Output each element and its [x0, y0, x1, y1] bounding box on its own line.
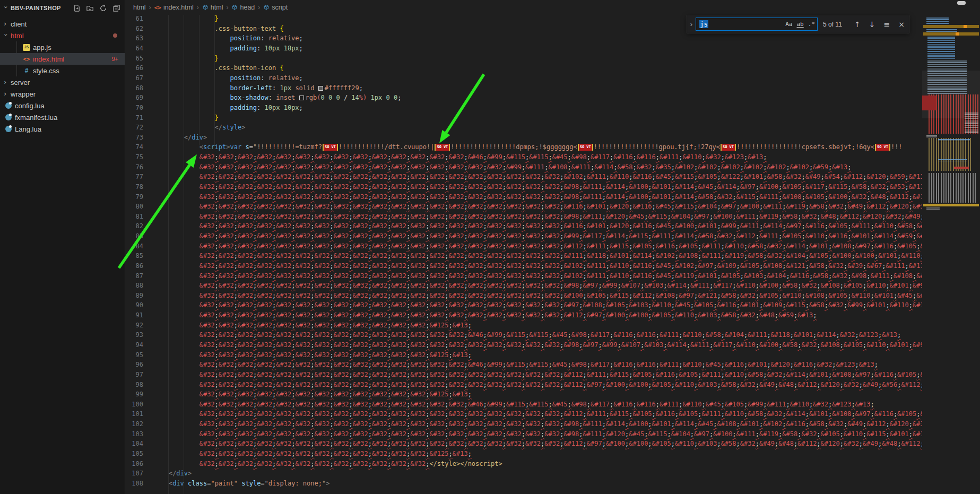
- sidebar-item-server[interactable]: ›server: [0, 76, 125, 88]
- line-number[interactable]: 88: [125, 281, 143, 291]
- toggle-replace-chevron-icon[interactable]: ›: [687, 20, 696, 28]
- line-number[interactable]: 108: [125, 479, 143, 489]
- collapse-all-icon[interactable]: [112, 4, 120, 12]
- line-number[interactable]: 96: [125, 360, 143, 370]
- code-line-83[interactable]: 83 &#32;&#32;&#32;&#32;&#32;&#32;&#32;&#…: [125, 231, 922, 241]
- breadcrumb-item-script[interactable]: script: [263, 4, 288, 11]
- breadcrumb-item-index-html[interactable]: <>index.html: [154, 4, 194, 11]
- line-number[interactable]: 76: [125, 162, 143, 172]
- code-line-89[interactable]: 89 &#32;&#32;&#32;&#32;&#32;&#32;&#32;&#…: [125, 291, 922, 301]
- new-file-icon[interactable]: [73, 4, 81, 12]
- sidebar-item-wrapper[interactable]: ›wrapper: [0, 88, 125, 100]
- line-number[interactable]: 70: [125, 103, 143, 113]
- sidebar-item-lang-lua[interactable]: Lang.lua: [0, 123, 125, 135]
- line-number[interactable]: 104: [125, 439, 143, 449]
- code-line-107[interactable]: 107 </div>: [125, 469, 192, 479]
- whole-word-icon[interactable]: ab: [797, 21, 804, 28]
- line-number[interactable]: 84: [125, 241, 143, 252]
- code-line-66[interactable]: 66 .css-button-icon {: [125, 63, 284, 73]
- line-number[interactable]: 85: [125, 251, 143, 261]
- line-number[interactable]: 83: [125, 231, 143, 241]
- line-number[interactable]: 89: [125, 291, 143, 301]
- line-number[interactable]: 64: [125, 44, 143, 54]
- sidebar-item-client[interactable]: ›client: [0, 18, 125, 30]
- regex-icon[interactable]: .*: [808, 21, 815, 28]
- sidebar-item-config-lua[interactable]: config.lua: [0, 100, 125, 111]
- line-number[interactable]: 67: [125, 73, 143, 83]
- code-line-76[interactable]: 76 &#32;&#32;&#32;&#32;&#32;&#32;&#32;&#…: [125, 162, 851, 172]
- line-number[interactable]: 97: [125, 370, 143, 380]
- line-number[interactable]: 71: [125, 113, 143, 123]
- code-line-85[interactable]: 85 &#32;&#32;&#32;&#32;&#32;&#32;&#32;&#…: [125, 251, 922, 261]
- sidebar-item-app-js[interactable]: JSapp.js: [0, 41, 125, 53]
- code-line-73[interactable]: 73 </div>: [125, 133, 207, 143]
- color-swatch[interactable]: [299, 96, 304, 100]
- line-number[interactable]: 68: [125, 83, 143, 93]
- next-match-icon[interactable]: ↓: [869, 20, 875, 29]
- line-number[interactable]: 94: [125, 340, 143, 350]
- code-line-86[interactable]: 86 &#32;&#32;&#32;&#32;&#32;&#32;&#32;&#…: [125, 261, 922, 271]
- code-line-71[interactable]: 71 }: [125, 112, 219, 123]
- code-line-82[interactable]: 82 &#32;&#32;&#32;&#32;&#32;&#32;&#32;&#…: [125, 221, 922, 231]
- line-number[interactable]: 102: [125, 419, 143, 429]
- line-number[interactable]: 65: [125, 54, 143, 64]
- code-line-79[interactable]: 79 &#32;&#32;&#32;&#32;&#32;&#32;&#32;&#…: [125, 192, 922, 202]
- breadcrumb-item-html[interactable]: html: [202, 4, 223, 11]
- line-number[interactable]: 79: [125, 192, 143, 202]
- editor-pane[interactable]: 61 }62 .css-button-text {63 position: re…: [125, 0, 922, 494]
- code-line-64[interactable]: 64 padding: 10px 18px;: [125, 44, 303, 54]
- line-number[interactable]: 91: [125, 310, 143, 320]
- code-line-104[interactable]: 104 &#32;&#32;&#32;&#32;&#32;&#32;&#32;&…: [125, 439, 922, 449]
- code-line-78[interactable]: 78 &#32;&#32;&#32;&#32;&#32;&#32;&#32;&#…: [125, 182, 922, 192]
- line-number[interactable]: 90: [125, 300, 143, 310]
- line-number[interactable]: 92: [125, 320, 143, 331]
- code-line-80[interactable]: 80 &#32;&#32;&#32;&#32;&#32;&#32;&#32;&#…: [125, 202, 922, 212]
- code-line-88[interactable]: 88 &#32;&#32;&#32;&#32;&#32;&#32;&#32;&#…: [125, 281, 922, 291]
- code-line-94[interactable]: 94 &#32;&#32;&#32;&#32;&#32;&#32;&#32;&#…: [125, 340, 922, 350]
- code-line-103[interactable]: 103 &#32;&#32;&#32;&#32;&#32;&#32;&#32;&…: [125, 429, 922, 439]
- line-number[interactable]: 99: [125, 389, 143, 400]
- code-line-69[interactable]: 69 box-shadow: inset rgb(0 0 0 / 14%) 1p…: [125, 93, 401, 103]
- explorer-section-header[interactable]: › BBV-PAINTSHOP: [0, 0, 125, 16]
- code-line-92[interactable]: 92 &#32;&#32;&#32;&#32;&#32;&#32;&#32;&#…: [125, 320, 472, 331]
- line-number[interactable]: 103: [125, 429, 143, 439]
- code-line-90[interactable]: 90 &#32;&#32;&#32;&#32;&#32;&#32;&#32;&#…: [125, 300, 922, 310]
- code-line-63[interactable]: 63 position: relative;: [125, 33, 303, 44]
- code-line-101[interactable]: 101 &#32;&#32;&#32;&#32;&#32;&#32;&#32;&…: [125, 409, 922, 419]
- code-line-77[interactable]: 77 &#32;&#32;&#32;&#32;&#32;&#32;&#32;&#…: [125, 172, 922, 182]
- code-line-65[interactable]: 65 }: [125, 54, 219, 64]
- code-line-72[interactable]: 72 </style>: [125, 123, 245, 133]
- code-line-68[interactable]: 68 border-left: 1px solid #ffffff29;: [125, 83, 363, 93]
- code-line-62[interactable]: 62 .css-button-text {: [125, 24, 284, 34]
- line-number[interactable]: 98: [125, 380, 143, 390]
- code-line-98[interactable]: 98 &#32;&#32;&#32;&#32;&#32;&#32;&#32;&#…: [125, 379, 922, 389]
- line-number[interactable]: 61: [125, 14, 143, 24]
- line-number[interactable]: 69: [125, 93, 143, 103]
- line-number[interactable]: 66: [125, 63, 143, 73]
- line-number[interactable]: 100: [125, 400, 143, 410]
- line-number[interactable]: 75: [125, 152, 143, 162]
- code-line-100[interactable]: 100 &#32;&#32;&#32;&#32;&#32;&#32;&#32;&…: [125, 400, 874, 410]
- find-input[interactable]: js Aa ab .*: [696, 18, 818, 31]
- code-line-84[interactable]: 84 &#32;&#32;&#32;&#32;&#32;&#32;&#32;&#…: [125, 241, 922, 251]
- code-line-96[interactable]: 96 &#32;&#32;&#32;&#32;&#32;&#32;&#32;&#…: [125, 360, 878, 370]
- line-number[interactable]: 74: [125, 142, 143, 152]
- new-folder-icon[interactable]: [86, 4, 94, 12]
- close-icon[interactable]: ×: [898, 20, 905, 29]
- code-line-70[interactable]: 70 padding: 10px 10px;: [125, 103, 303, 113]
- line-number[interactable]: 87: [125, 271, 143, 281]
- line-number[interactable]: 78: [125, 182, 143, 192]
- code-line-93[interactable]: 93 &#32;&#32;&#32;&#32;&#32;&#32;&#32;&#…: [125, 330, 901, 340]
- code-line-102[interactable]: 102 &#32;&#32;&#32;&#32;&#32;&#32;&#32;&…: [125, 419, 922, 429]
- sidebar-item-fxmanifest-lua[interactable]: fxmanifest.lua: [0, 111, 125, 123]
- line-number[interactable]: 81: [125, 212, 143, 222]
- line-number[interactable]: 77: [125, 172, 143, 182]
- sidebar-item-html[interactable]: ›html: [0, 30, 125, 41]
- line-number[interactable]: 72: [125, 123, 143, 133]
- line-number[interactable]: 101: [125, 409, 143, 419]
- line-number[interactable]: 93: [125, 330, 143, 340]
- previous-match-icon[interactable]: ↑: [854, 20, 861, 29]
- code-line-99[interactable]: 99 &#32;&#32;&#32;&#32;&#32;&#32;&#32;&#…: [125, 389, 472, 400]
- minimap[interactable]: [922, 0, 980, 494]
- line-number[interactable]: 107: [125, 469, 143, 479]
